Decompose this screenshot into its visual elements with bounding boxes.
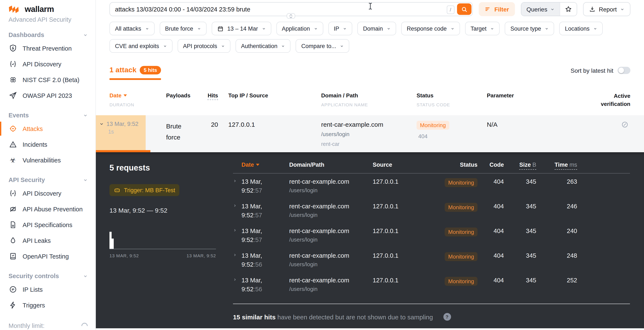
status-badge: Monitoring xyxy=(445,277,478,286)
chart-x-axis xyxy=(110,249,216,249)
requests-table-header: Date Domain/Path Source Status Code Size… xyxy=(233,162,630,173)
sidebar-item-api-leaks[interactable]: API Leaks xyxy=(0,233,96,248)
chart-x-start-label: 13 MAR, 9:52 xyxy=(110,253,139,258)
sidebar-item-triggers[interactable]: Triggers xyxy=(0,297,96,313)
request-row[interactable]: 13 Mar,9:52:56 rent-car-example.com/user… xyxy=(233,248,630,272)
sidebar-item-incidents[interactable]: Incidents xyxy=(0,137,96,152)
chip-application[interactable]: Application xyxy=(276,22,323,35)
req-column-time[interactable]: Time ms xyxy=(536,162,577,168)
requests-table-footer-divider xyxy=(233,304,630,304)
request-row[interactable]: 13 Mar,9:52:57 rent-car-example.com/user… xyxy=(233,173,630,198)
search-button[interactable] xyxy=(457,3,471,15)
attack-top-ip[interactable]: 127.0.0.1 xyxy=(218,115,311,152)
attack-row[interactable]: 13 Mar, 9:52 1s Brute force 20 127.0.0.1… xyxy=(96,115,644,152)
sort-toggle[interactable] xyxy=(618,67,630,74)
sidebar-item-api-discovery[interactable]: API Discovery xyxy=(0,56,96,72)
sidebar-item-ip-lists[interactable]: IP IP Lists xyxy=(0,282,96,297)
report-button[interactable]: Report xyxy=(583,2,630,16)
sort-label: Sort by latest hit xyxy=(570,67,613,74)
chip-response-code[interactable]: Response code xyxy=(401,22,460,35)
sidebar-item-api-abuse-prevention[interactable]: API Abuse Prevention xyxy=(0,201,96,217)
chip-domain[interactable]: Domain xyxy=(358,22,396,35)
sidebar-item-attacks[interactable]: Attacks xyxy=(0,121,96,137)
chip-locations[interactable]: Locations xyxy=(560,22,603,35)
chip-ip[interactable]: IP xyxy=(328,22,352,35)
filter-icon xyxy=(484,6,491,12)
favorite-star-button[interactable] xyxy=(560,2,577,16)
sidebar-item-api-discovery-2[interactable]: API Discovery xyxy=(0,185,96,201)
column-header-hits[interactable]: Hits xyxy=(197,92,218,115)
chevron-down-icon xyxy=(451,26,454,30)
request-row[interactable]: 13 Mar,9:52:57 rent-car-example.com/user… xyxy=(233,198,630,223)
sidebar-item-openapi-testing[interactable]: OpenAPI Testing xyxy=(0,248,96,264)
biohazard-icon: ☣ xyxy=(8,156,17,164)
chevron-down-icon xyxy=(145,26,149,30)
attack-payloads: Brute force xyxy=(146,115,192,152)
sidebar-item-vulnerabilities[interactable]: ☣ Vulnerabilities xyxy=(0,152,96,168)
req-column-domain-path[interactable]: Domain/Path xyxy=(289,162,373,168)
search-icon xyxy=(461,6,468,12)
status-badge: Monitoring xyxy=(445,203,478,212)
queries-dropdown[interactable]: Queries xyxy=(521,2,560,16)
filter-button[interactable]: Filter xyxy=(478,2,515,16)
attack-path[interactable]: /users/login xyxy=(321,131,406,137)
req-column-source[interactable]: Source xyxy=(373,162,444,168)
req-column-status[interactable]: Status xyxy=(444,162,478,168)
column-header-parameter[interactable]: Parameter xyxy=(476,92,562,115)
query-expand-toggle[interactable] xyxy=(287,13,296,19)
chip-authentication[interactable]: Authentication xyxy=(236,39,291,53)
sidebar-item-threat-prevention[interactable]: Threat Prevention xyxy=(0,40,96,56)
trigger-chip[interactable]: Trigger: MB BF-Test xyxy=(110,184,180,196)
chip-cve-exploits[interactable]: CVE and exploits xyxy=(110,39,172,53)
attack-active-verification-cell[interactable] xyxy=(562,115,630,152)
column-header-active-verification[interactable]: Active verification xyxy=(562,92,630,115)
chip-date-range[interactable]: 13 – 14 Mar xyxy=(212,22,271,35)
sidebar: wallarm Advanced API Security Dashboards… xyxy=(0,0,96,330)
req-column-date[interactable]: Date xyxy=(242,162,289,168)
sidebar-section-header-security-controls[interactable]: Security controls xyxy=(0,270,96,282)
attack-date-cell[interactable]: 13 Mar, 9:52 1s xyxy=(96,115,146,152)
requests-table: Date Domain/Path Source Status Code Size… xyxy=(233,162,630,297)
chevron-down-icon xyxy=(99,122,104,126)
chip-brute-force[interactable]: Brute force xyxy=(160,22,206,35)
search-input[interactable]: attacks 13/03/2024 0:00 - 14/03/2024 23:… xyxy=(110,2,472,16)
column-header-domain-path[interactable]: Domain / Path APPLICATION NAME xyxy=(311,92,406,115)
chip-api-protocols[interactable]: API protocols xyxy=(178,39,230,53)
chevron-right-icon[interactable] xyxy=(233,252,242,272)
attack-status-code: 404 xyxy=(416,133,476,140)
column-header-date[interactable]: Date DURATION xyxy=(96,92,146,115)
text-cursor xyxy=(368,2,373,10)
sidebar-item-owasp-api[interactable]: OWASP API 2023 xyxy=(0,88,96,103)
sidebar-section-header-dashboards[interactable]: Dashboards xyxy=(0,29,96,40)
sidebar-item-nist-csf[interactable]: NIST CSF 2.0 (Beta) xyxy=(0,72,96,88)
chevron-right-icon[interactable] xyxy=(233,203,242,223)
chip-target[interactable]: Target xyxy=(465,22,500,35)
req-column-size[interactable]: Size B xyxy=(504,162,536,168)
tab-attacks-results[interactable]: 1 attack 5 hits xyxy=(110,66,161,80)
attack-domain[interactable]: rent-car-example.com xyxy=(321,121,406,128)
status-badge: Monitoring xyxy=(445,178,478,187)
chip-all-attacks[interactable]: All attacks xyxy=(110,22,154,35)
braces-check-icon xyxy=(8,60,17,68)
chevron-right-icon[interactable] xyxy=(233,277,242,297)
column-header-payloads[interactable]: Payloads xyxy=(146,92,197,115)
sidebar-item-api-specifications[interactable]: API Specifications xyxy=(0,217,96,233)
column-header-status[interactable]: Status STATUS CODE xyxy=(406,92,476,115)
paper-plane-icon xyxy=(8,91,17,100)
sort-desc-icon xyxy=(124,94,127,97)
brand-logo[interactable]: wallarm xyxy=(0,4,96,14)
sidebar-section-header-events[interactable]: Events xyxy=(0,110,96,121)
attack-hits: 20 xyxy=(197,115,218,152)
column-header-top-ip[interactable]: Top IP / Source xyxy=(218,92,311,115)
help-question-icon[interactable]: ? xyxy=(443,313,451,321)
chevron-right-icon[interactable] xyxy=(233,178,242,198)
chevron-right-icon[interactable] xyxy=(233,227,242,248)
req-column-code[interactable]: Code xyxy=(478,162,504,168)
chip-compare-to[interactable]: Compare to... xyxy=(296,39,350,53)
column-subheader-application-name: APPLICATION NAME xyxy=(321,102,406,107)
chip-source-type[interactable]: Source type xyxy=(505,22,554,35)
request-row[interactable]: 13 Mar,9:52:56 rent-car-example.com/user… xyxy=(233,272,630,297)
sidebar-section-header-api-security[interactable]: API Security xyxy=(0,174,96,185)
bot-slash-icon xyxy=(8,205,17,213)
request-row[interactable]: 13 Mar,9:52:57 rent-car-example.com/user… xyxy=(233,223,630,248)
